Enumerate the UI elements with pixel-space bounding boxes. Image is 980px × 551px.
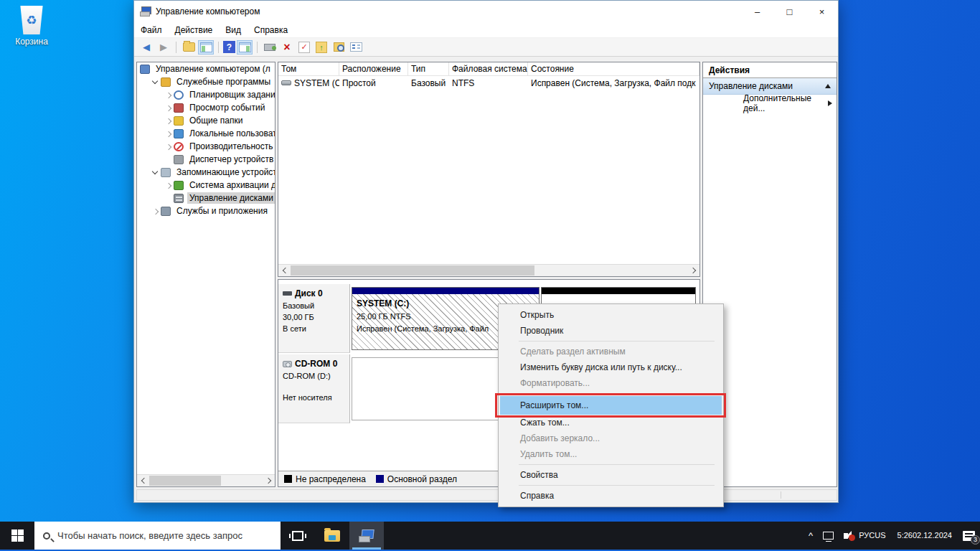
clock[interactable]: 5:26 02.12.2024 — [892, 522, 958, 550]
tree-item-event-viewer[interactable]: Просмотр событий — [137, 101, 275, 114]
delete-icon[interactable]: × — [279, 40, 295, 55]
scroll-left-icon[interactable] — [137, 475, 149, 486]
chevron-right-icon[interactable] — [150, 206, 161, 217]
tools-icon — [161, 77, 171, 87]
tree-item-task-scheduler[interactable]: Планировщик заданий — [137, 88, 275, 101]
menu-bar: Файл Действие Вид Справка — [134, 22, 838, 38]
menu-help[interactable]: Справка — [248, 23, 294, 37]
task-scheduler-icon — [174, 90, 184, 100]
scroll-right-icon[interactable] — [263, 475, 275, 486]
tree-item-storage[interactable]: Запоминающие устройст — [137, 166, 275, 179]
task-view-button[interactable] — [281, 522, 315, 550]
forward-icon[interactable]: ▶ — [156, 40, 171, 55]
recycle-bin[interactable]: ♻ Корзина — [6, 6, 57, 47]
language-indicator[interactable]: РУС US — [853, 522, 891, 550]
chevron-right-icon[interactable] — [163, 90, 174, 100]
computer-management-taskbar-button[interactable] — [349, 522, 384, 550]
search-input[interactable] — [57, 530, 272, 541]
disk-management-icon — [174, 194, 184, 203]
tree-item-performance[interactable]: Производительность — [137, 140, 275, 153]
up-level-icon[interactable]: ↑ — [316, 42, 327, 53]
export-list-icon[interactable] — [181, 40, 197, 55]
menu-item-change-letter[interactable]: Изменить букву диска или путь к диску... — [500, 359, 722, 375]
scrollbar-thumb[interactable] — [291, 265, 534, 276]
recycle-glyph: ♻ — [26, 14, 37, 27]
scroll-left-icon[interactable] — [278, 265, 291, 276]
tree-item-local-users[interactable]: Локальные пользовате — [137, 127, 275, 140]
show-hidden-icons-chevron[interactable]: ^ — [804, 522, 818, 550]
partition-context-menu: Открыть Проводник Сделать раздел активны… — [498, 303, 724, 507]
tree-item-backup[interactable]: Система архивации да — [137, 179, 275, 192]
menu-item-open[interactable]: Открыть — [500, 307, 722, 323]
notification-center-button[interactable]: 3 — [958, 522, 980, 550]
menu-separator — [519, 341, 715, 342]
cdrom-label-cell[interactable]: CD-ROM 0 CD-ROM (D:) Нет носителя — [278, 354, 350, 423]
volume-icon — [281, 80, 291, 85]
back-icon[interactable]: ◀ — [138, 40, 154, 55]
chevron-right-icon[interactable] — [163, 180, 174, 191]
more-actions-item[interactable]: Дополнительные дей... — [703, 95, 837, 112]
chevron-down-icon[interactable] — [150, 167, 161, 178]
taskbar-search[interactable] — [34, 522, 281, 550]
column-status[interactable]: Состояние — [528, 62, 699, 75]
cdrom-icon — [283, 361, 292, 367]
console-tree-icon[interactable] — [198, 40, 214, 55]
disk-icon — [283, 291, 292, 296]
collapse-icon[interactable] — [825, 84, 831, 88]
toolbar: ◀ ▶ ? × ✓ ↑ — [134, 38, 838, 57]
column-filesystem[interactable]: Файловая система — [449, 62, 528, 75]
tree-item-computer-management[interactable]: Управление компьютером (л — [137, 62, 275, 75]
toolbar-separator — [218, 42, 219, 53]
menu-item-extend-volume[interactable]: Расширить том... — [500, 396, 722, 415]
menu-item-explorer[interactable]: Проводник — [500, 323, 722, 339]
column-layout[interactable]: Расположение — [339, 62, 408, 75]
tree-horizontal-scrollbar[interactable] — [137, 474, 275, 486]
menu-separator — [519, 485, 715, 486]
network-tray-icon[interactable] — [818, 522, 839, 550]
scrollbar-thumb[interactable] — [149, 476, 221, 486]
chevron-right-icon[interactable] — [163, 103, 174, 113]
actions-group-disk-management[interactable]: Управление дисками — [703, 78, 837, 95]
scroll-right-icon[interactable] — [687, 265, 699, 276]
volume-muted-icon[interactable] — [839, 522, 853, 550]
file-explorer-button[interactable] — [315, 522, 349, 550]
legend-swatch-primary — [376, 475, 384, 483]
remote-device-icon[interactable] — [262, 40, 278, 55]
chevron-right-icon[interactable] — [163, 128, 174, 139]
tree-item-disk-management[interactable]: Управление дисками — [137, 192, 275, 204]
notification-icon: 3 — [963, 531, 975, 541]
start-button[interactable] — [0, 522, 34, 550]
maximize-button[interactable]: □ — [773, 1, 806, 22]
tree-item-system-tools[interactable]: Служебные программы — [137, 75, 275, 88]
checklist-icon[interactable] — [348, 40, 364, 55]
disk0-label-cell[interactable]: Диск 0 Базовый 30,00 ГБ В сети — [278, 284, 350, 353]
chevron-down-icon[interactable] — [150, 77, 161, 88]
menu-item-shrink-volume[interactable]: Сжать том... — [500, 415, 722, 430]
find-icon[interactable] — [331, 40, 347, 55]
shared-folders-icon — [174, 116, 184, 126]
toolbar-separator — [176, 42, 176, 53]
action-pane-icon[interactable] — [237, 40, 253, 55]
menu-item-help[interactable]: Справка — [500, 488, 722, 504]
tree-item-device-manager[interactable]: Диспетчер устройств — [137, 153, 275, 166]
tree-item-services-apps[interactable]: Службы и приложения — [137, 204, 275, 217]
menu-action[interactable]: Действие — [169, 23, 220, 37]
volume-list-horizontal-scrollbar[interactable] — [278, 264, 699, 276]
minimize-button[interactable]: – — [741, 1, 773, 22]
help-icon[interactable]: ? — [223, 41, 235, 53]
chevron-right-icon[interactable] — [163, 141, 174, 152]
legend-unallocated: Не распределена — [284, 474, 366, 484]
table-row[interactable]: SYSTEM (C:) Простой Базовый NTFS Исправе… — [278, 76, 699, 90]
column-type[interactable]: Тип — [408, 62, 449, 75]
tree-item-shared-folders[interactable]: Общие папки — [137, 114, 275, 127]
properties-icon[interactable]: ✓ — [298, 42, 310, 53]
menu-item-properties[interactable]: Свойства — [500, 467, 722, 483]
storage-icon — [161, 168, 171, 177]
menu-view[interactable]: Вид — [219, 23, 248, 37]
column-volume[interactable]: Том — [278, 62, 339, 75]
close-button[interactable]: × — [806, 1, 838, 22]
computer-management-window: Управление компьютером – □ × Файл Действ… — [133, 0, 839, 503]
menu-file[interactable]: Файл — [134, 23, 169, 37]
date: 02.12.2024 — [913, 530, 952, 541]
chevron-right-icon[interactable] — [163, 116, 174, 126]
